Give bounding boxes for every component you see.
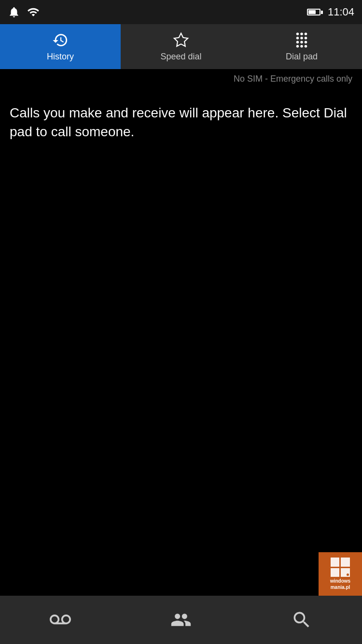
svg-marker-0 bbox=[174, 33, 188, 46]
status-icons-left bbox=[8, 6, 40, 18]
status-time: 11:04 bbox=[328, 6, 354, 18]
tab-bar: History Speed dial Dial pad bbox=[0, 24, 362, 69]
wifi-icon bbox=[27, 6, 40, 18]
status-icons-right: 11:04 bbox=[307, 6, 354, 18]
dialpad-icon bbox=[293, 31, 310, 49]
watermark-text-line1: windows bbox=[330, 578, 350, 584]
empty-state-message: Calls you make and receive will appear h… bbox=[10, 103, 352, 141]
tab-speed-dial[interactable]: Speed dial bbox=[121, 24, 241, 69]
tab-dial-pad-label: Dial pad bbox=[286, 52, 318, 62]
sim-status-text: No SIM - Emergency calls only bbox=[234, 74, 352, 84]
tab-history[interactable]: History bbox=[0, 24, 121, 69]
contacts-button[interactable] bbox=[162, 601, 200, 639]
status-bar: 11:04 bbox=[0, 0, 362, 24]
battery-icon bbox=[307, 9, 323, 15]
sim-status-bar: No SIM - Emergency calls only bbox=[0, 69, 362, 89]
watermark-text-line2: mania.pl bbox=[331, 585, 350, 590]
history-icon bbox=[52, 31, 69, 49]
star-icon bbox=[172, 31, 190, 49]
voicemail-button[interactable] bbox=[41, 601, 80, 639]
watermark-badge: windows mania.pl bbox=[319, 552, 362, 596]
tab-dial-pad[interactable]: Dial pad bbox=[241, 24, 362, 69]
tab-history-label: History bbox=[47, 52, 74, 62]
search-button[interactable] bbox=[282, 601, 321, 639]
notification-icon bbox=[8, 6, 20, 18]
windows-logo-icon bbox=[331, 558, 350, 577]
bottom-toolbar bbox=[0, 596, 362, 644]
main-content: Calls you make and receive will appear h… bbox=[0, 89, 362, 151]
tab-speed-dial-label: Speed dial bbox=[160, 52, 201, 62]
